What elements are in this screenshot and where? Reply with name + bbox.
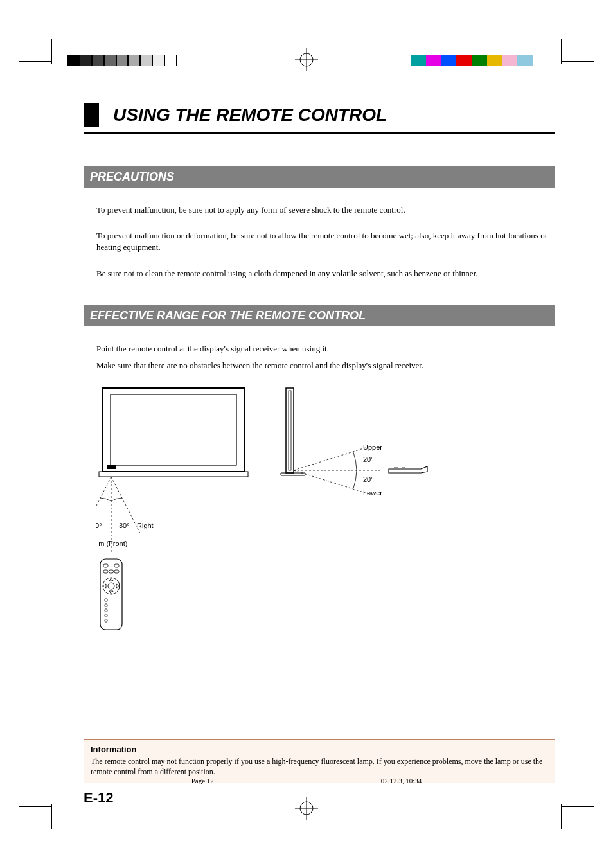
- svg-line-30: [294, 470, 369, 494]
- diagram-distance-label: 5 m (Front): [96, 540, 127, 547]
- range-para-1: Point the remote control at the display'…: [96, 343, 555, 355]
- svg-point-24: [105, 614, 107, 617]
- registration-mark-icon: [295, 48, 318, 71]
- information-body: The remote control may not function prop…: [91, 756, 548, 777]
- range-para-2: Make sure that there are no obstacles be…: [96, 360, 555, 371]
- svg-rect-7: [111, 394, 236, 465]
- precautions-para-3: Be sure not to clean the remote control …: [96, 268, 555, 279]
- crop-mark: [19, 61, 51, 62]
- diagram-lower-angle: 20°: [363, 475, 374, 483]
- diagram-lower-label: Lower: [363, 489, 382, 497]
- footer-page-label: Page 12: [191, 777, 214, 784]
- information-title: Information: [91, 745, 548, 754]
- svg-point-23: [105, 609, 107, 612]
- precautions-para-2: To prevent malfunction or deformation, b…: [96, 230, 555, 253]
- color-calibration-strip: [411, 55, 533, 66]
- crop-mark: [19, 806, 51, 807]
- svg-rect-14: [103, 564, 108, 567]
- svg-point-20: [108, 583, 114, 589]
- svg-rect-27: [289, 391, 291, 470]
- page-title: USING THE REMOTE CONTROL: [113, 105, 387, 125]
- diagram-right-angle: 30°: [119, 522, 130, 529]
- crop-mark: [561, 39, 562, 64]
- page: USING THE REMOTE CONTROL PRECAUTIONS To …: [0, 0, 613, 868]
- diagram-upper-angle: 20°: [363, 456, 374, 463]
- precautions-para-1: To prevent malfunction, be sure not to a…: [96, 204, 555, 216]
- footer-timestamp: 02.12.3, 10:34: [381, 777, 422, 784]
- crop-mark: [51, 39, 52, 64]
- page-number: E-12: [84, 790, 555, 806]
- svg-rect-6: [103, 388, 244, 472]
- crop-mark: [562, 806, 594, 807]
- remote-range-diagram: Left 30° 30° Right 5 m (Front): [96, 385, 456, 642]
- diagram-left-angle: 30°: [96, 522, 102, 529]
- svg-rect-26: [286, 388, 294, 473]
- page-heading: USING THE REMOTE CONTROL: [84, 103, 555, 134]
- section-range-title: EFFECTIVE RANGE FOR THE REMOTE CONTROL: [84, 305, 555, 326]
- svg-rect-9: [107, 465, 116, 469]
- svg-point-22: [105, 604, 107, 607]
- svg-rect-8: [99, 472, 248, 477]
- crop-mark: [561, 804, 562, 829]
- svg-rect-16: [103, 570, 108, 573]
- section-precautions-title: PRECAUTIONS: [84, 166, 555, 188]
- crop-mark: [51, 804, 52, 829]
- crop-mark: [562, 61, 594, 62]
- svg-line-29: [294, 447, 369, 470]
- diagram-upper-label: Upper: [363, 443, 382, 451]
- svg-point-19: [103, 578, 120, 594]
- svg-rect-17: [109, 570, 114, 573]
- svg-rect-15: [114, 564, 119, 567]
- svg-rect-18: [114, 570, 119, 573]
- gray-calibration-strip: [67, 55, 177, 66]
- diagram-right-label: Right: [137, 522, 154, 529]
- heading-bullet-icon: [84, 103, 99, 127]
- svg-point-21: [105, 599, 107, 601]
- svg-point-25: [105, 619, 107, 622]
- footer-meta: Page 12 02.12.3, 10:34: [0, 777, 613, 784]
